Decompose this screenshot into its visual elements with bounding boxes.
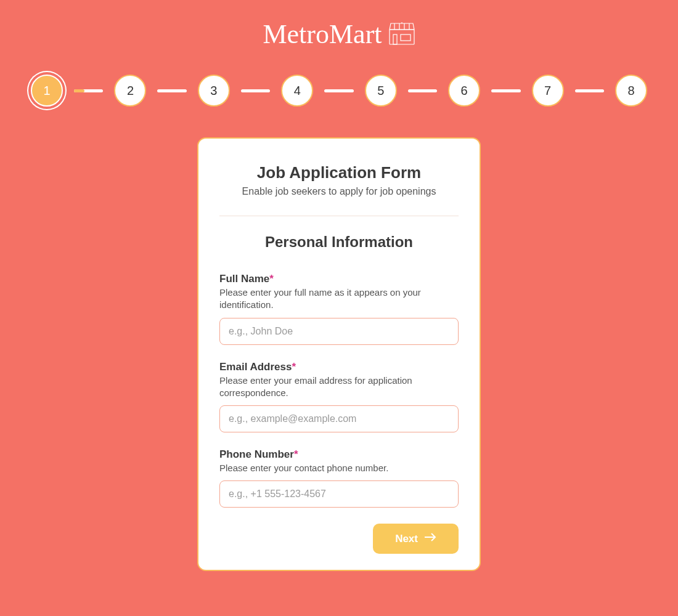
field-phone: Phone Number* Please enter your contact … bbox=[219, 448, 459, 508]
progress-stepper: 1 2 3 4 5 6 7 8 bbox=[0, 62, 678, 125]
step-connector bbox=[575, 89, 604, 92]
step-connector bbox=[74, 89, 103, 92]
step-1[interactable]: 1 bbox=[31, 75, 63, 107]
divider bbox=[219, 216, 459, 216]
phone-help: Please enter your contact phone number. bbox=[219, 462, 459, 474]
full-name-input[interactable] bbox=[219, 318, 459, 345]
step-connector-progress bbox=[74, 89, 84, 92]
step-8[interactable]: 8 bbox=[615, 75, 647, 107]
field-full-name: Full Name* Please enter your full name a… bbox=[219, 273, 459, 345]
svg-rect-5 bbox=[393, 34, 397, 44]
email-label: Email Address bbox=[219, 361, 292, 373]
email-help: Please enter your email address for appl… bbox=[219, 375, 459, 400]
step-connector bbox=[491, 89, 520, 92]
arrow-right-icon bbox=[424, 532, 436, 545]
form-subtitle: Enable job seekers to apply for job open… bbox=[219, 186, 459, 197]
field-email: Email Address* Please enter your email a… bbox=[219, 361, 459, 433]
step-6[interactable]: 6 bbox=[448, 75, 480, 107]
full-name-help: Please enter your full name as it appear… bbox=[219, 286, 459, 312]
brand-name: MetroMart bbox=[263, 18, 382, 50]
step-connector bbox=[241, 89, 270, 92]
step-2[interactable]: 2 bbox=[114, 75, 146, 107]
step-3[interactable]: 3 bbox=[198, 75, 230, 107]
form-card: Job Application Form Enable job seekers … bbox=[197, 137, 481, 571]
button-row: Next bbox=[219, 524, 459, 554]
form-title: Job Application Form bbox=[219, 163, 459, 182]
svg-rect-6 bbox=[401, 34, 410, 41]
step-connector bbox=[157, 89, 186, 92]
logo-area: MetroMart bbox=[0, 0, 678, 62]
storefront-icon bbox=[388, 21, 415, 48]
step-5[interactable]: 5 bbox=[365, 75, 397, 107]
phone-input[interactable] bbox=[219, 480, 459, 508]
step-connector bbox=[408, 89, 437, 92]
step-4[interactable]: 4 bbox=[281, 75, 313, 107]
required-indicator: * bbox=[292, 361, 296, 373]
email-input[interactable] bbox=[219, 405, 459, 432]
step-connector bbox=[324, 89, 353, 92]
required-indicator: * bbox=[294, 448, 298, 460]
section-title: Personal Information bbox=[219, 233, 459, 251]
next-button[interactable]: Next bbox=[373, 524, 459, 554]
step-7[interactable]: 7 bbox=[532, 75, 564, 107]
required-indicator: * bbox=[269, 273, 274, 285]
next-button-label: Next bbox=[395, 533, 418, 545]
full-name-label: Full Name bbox=[219, 273, 269, 285]
phone-label: Phone Number bbox=[219, 448, 294, 460]
